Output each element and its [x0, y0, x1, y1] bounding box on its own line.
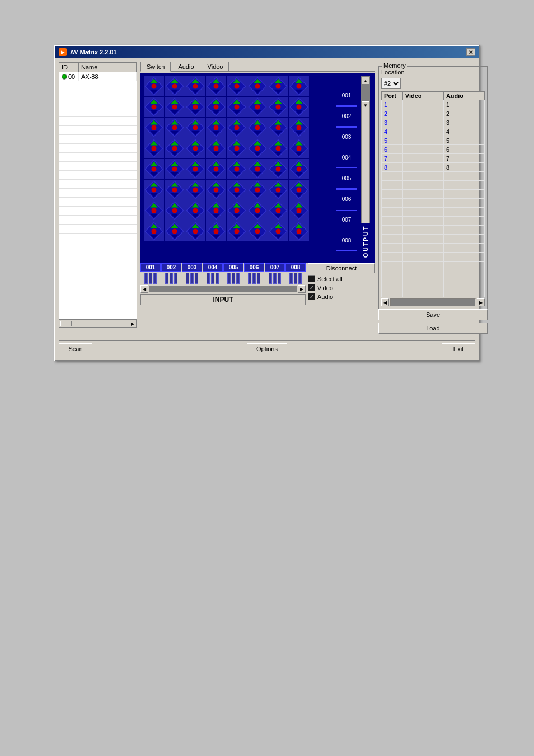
audio-label[interactable]: Audio [317, 293, 333, 300]
options-button[interactable]: Options [247, 343, 287, 354]
matrix-cell-r2-c1[interactable] [144, 97, 164, 117]
matrix-cell-r4-c5[interactable] [227, 138, 247, 158]
matrix-cell-r5-c6[interactable] [247, 159, 268, 179]
matrix-cell-r6-c1[interactable] [144, 180, 164, 200]
matrix-cell-r4-c1[interactable] [144, 138, 164, 158]
matrix-cell-r3-c1[interactable] [144, 118, 164, 138]
matrix-row-6 [144, 180, 334, 200]
device-row-0[interactable]: 00 AX-88 [59, 72, 137, 81]
exit-button[interactable]: Exit [442, 343, 475, 354]
matrix-cell-r7-c2[interactable] [165, 200, 185, 221]
matrix-cell-r5-c4[interactable] [206, 159, 226, 179]
input-hscroll-left-btn[interactable]: ◀ [140, 285, 148, 293]
matrix-cell-r3-c2[interactable] [165, 118, 185, 138]
save-button[interactable]: Save [378, 309, 488, 320]
matrix-cell-r6-c4[interactable] [206, 180, 226, 200]
matrix-cell-r3-c5[interactable] [227, 118, 247, 138]
matrix-cell-r4-c8[interactable] [289, 138, 309, 158]
matrix-cell-r3-c3[interactable] [185, 118, 205, 138]
matrix-cell-r8-c3[interactable] [185, 221, 205, 241]
matrix-grid [144, 76, 334, 241]
matrix-cell-r7-c1[interactable] [144, 200, 164, 221]
video-label[interactable]: Video [317, 284, 333, 291]
matrix-cell-r1-c1[interactable] [144, 76, 164, 96]
tab-audio[interactable]: Audio [172, 62, 200, 71]
matrix-cell-r7-c3[interactable] [185, 200, 205, 221]
port-cell: 1 [382, 100, 403, 109]
svg-point-28 [255, 84, 260, 89]
matrix-cell-r2-c8[interactable] [289, 97, 309, 117]
matrix-cell-r2-c5[interactable] [227, 97, 247, 117]
matrix-cell-r1-c3[interactable] [185, 76, 205, 96]
matrix-cell-r4-c6[interactable] [247, 138, 268, 158]
location-select[interactable]: #1 #2 #3 #4 #5 [381, 78, 401, 89]
matrix-cell-r8-c4[interactable] [206, 221, 226, 241]
matrix-cell-r8-c2[interactable] [165, 221, 185, 241]
input-numbers: 001 002 003 004 005 006 007 008 [140, 263, 306, 272]
matrix-cell-r5-c7[interactable] [268, 159, 288, 179]
matrix-cell-r6-c3[interactable] [185, 180, 205, 200]
matrix-cell-r1-c4[interactable] [206, 76, 226, 96]
matrix-cell-r8-c5[interactable] [227, 221, 247, 241]
vscroll-up-btn[interactable]: ▲ [362, 77, 369, 85]
matrix-cell-r2-c7[interactable] [268, 97, 288, 117]
matrix-cell-r4-c7[interactable] [268, 138, 288, 158]
scan-button[interactable]: Scan [59, 343, 92, 354]
close-button[interactable]: ✕ [466, 48, 475, 56]
svg-point-218 [214, 188, 219, 193]
matrix-cell-r6-c7[interactable] [268, 180, 288, 200]
matrix-cell-r6-c5[interactable] [227, 180, 247, 200]
matrix-cell-r3-c4[interactable] [206, 118, 226, 138]
matrix-cell-r1-c2[interactable] [165, 76, 185, 96]
tab-switch[interactable]: Switch [140, 62, 171, 72]
matrix-cell-r2-c3[interactable] [185, 97, 205, 117]
matrix-cell-r7-c7[interactable] [268, 200, 288, 221]
matrix-cell-r1-c8[interactable] [289, 76, 309, 96]
matrix-cell-r5-c1[interactable] [144, 159, 164, 179]
matrix-cell-r7-c4[interactable] [206, 200, 226, 221]
matrix-cell-r2-c6[interactable] [247, 97, 268, 117]
matrix-cell-r1-c5[interactable] [227, 76, 247, 96]
vscroll-down-btn[interactable]: ▼ [362, 101, 369, 109]
matrix-cell-r1-c6[interactable] [247, 76, 268, 96]
matrix-cell-r3-c6[interactable] [247, 118, 268, 138]
device-list-hscroll[interactable]: ▶ [59, 320, 137, 328]
matrix-vscroll[interactable]: ▲ ▼ [361, 76, 370, 223]
matrix-cell-r6-c6[interactable] [247, 180, 268, 200]
matrix-cell-r3-c7[interactable] [268, 118, 288, 138]
matrix-cell-r7-c5[interactable] [227, 200, 247, 221]
matrix-cell-r5-c2[interactable] [165, 159, 185, 179]
matrix-cell-r3-c8[interactable] [289, 118, 309, 138]
matrix-cell-r5-c3[interactable] [185, 159, 205, 179]
matrix-cell-r6-c2[interactable] [165, 180, 185, 200]
matrix-cell-r7-c6[interactable] [247, 200, 268, 221]
matrix-cell-r6-c8[interactable] [289, 180, 309, 200]
matrix-cell-r4-c4[interactable] [206, 138, 226, 158]
matrix-cell-r4-c3[interactable] [185, 138, 205, 158]
matrix-cell-r8-c8[interactable] [289, 221, 309, 241]
audio-checkbox[interactable]: ✓ [308, 293, 315, 300]
tab-video[interactable]: Video [202, 62, 229, 71]
disconnect-button[interactable]: Disconnect [308, 263, 375, 273]
matrix-cell-r2-c4[interactable] [206, 97, 226, 117]
svg-point-278 [297, 208, 302, 213]
video-checkbox[interactable]: ✓ [308, 284, 315, 291]
matrix-cell-r1-c7[interactable] [268, 76, 288, 96]
matrix-cell-r8-c7[interactable] [268, 221, 288, 241]
matrix-cell-r2-c2[interactable] [165, 97, 185, 117]
list-item [59, 117, 137, 126]
matrix-cell-r5-c5[interactable] [227, 159, 247, 179]
input-hscroll-right-btn[interactable]: ▶ [298, 285, 306, 293]
memory-hscroll-right-btn[interactable]: ▶ [477, 298, 485, 306]
bottom-controls: 001 002 003 004 005 006 007 008 [140, 263, 375, 305]
load-button[interactable]: Load [378, 323, 488, 334]
hscroll-right-btn[interactable]: ▶ [129, 320, 137, 328]
matrix-cell-r4-c2[interactable] [165, 138, 185, 158]
select-all-checkbox[interactable] [308, 275, 315, 282]
select-all-label[interactable]: Select all [317, 276, 343, 282]
memory-hscroll-left-btn[interactable]: ◀ [381, 298, 389, 306]
matrix-cell-r5-c8[interactable] [289, 159, 309, 179]
matrix-cell-r7-c8[interactable] [289, 200, 309, 221]
matrix-cell-r8-c6[interactable] [247, 221, 268, 241]
matrix-cell-r8-c1[interactable] [144, 221, 164, 241]
